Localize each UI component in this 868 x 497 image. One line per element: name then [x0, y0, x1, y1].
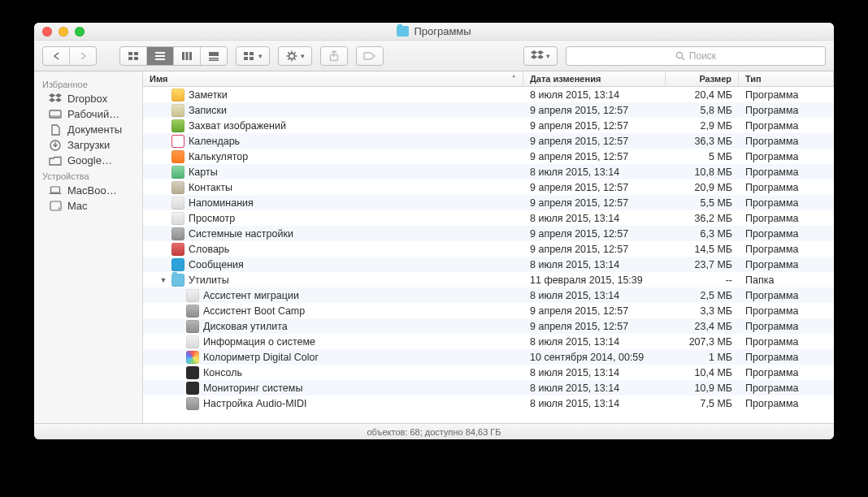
- file-size: 5,8 МБ: [666, 105, 739, 116]
- file-name: Карты: [189, 166, 218, 178]
- sidebar-item[interactable]: Mac: [34, 198, 142, 214]
- view-icons-button[interactable]: [120, 47, 147, 65]
- table-row[interactable]: Консоль8 июля 2015, 13:1410,4 МБПрограмм…: [143, 365, 834, 380]
- file-name: Календарь: [189, 136, 240, 147]
- file-type: Программа: [739, 290, 834, 301]
- file-date: 8 июля 2015, 13:14: [523, 367, 666, 378]
- file-size: 5,5 МБ: [666, 197, 739, 209]
- table-row[interactable]: Системные настройки9 апреля 2015, 12:576…: [143, 226, 834, 241]
- table-row[interactable]: Напоминания9 апреля 2015, 12:575,5 МБПро…: [143, 195, 834, 210]
- app-icon: [171, 181, 184, 194]
- svg-rect-10: [209, 52, 219, 56]
- sidebar-item-label: Mac: [67, 200, 88, 212]
- svg-rect-9: [189, 52, 192, 60]
- file-date: 9 апреля 2015, 12:57: [523, 105, 666, 116]
- file-type: Программа: [739, 182, 834, 193]
- window-controls: [42, 27, 85, 37]
- table-row[interactable]: Калькулятор9 апреля 2015, 12:575 МБПрогр…: [143, 149, 834, 164]
- file-name: Ассистент миграции: [203, 290, 299, 301]
- sidebar-item[interactable]: Документы: [34, 122, 142, 137]
- table-row[interactable]: Мониторинг системы8 июля 2015, 13:1410,9…: [143, 380, 834, 395]
- table-row[interactable]: Заметки8 июля 2015, 13:1420,4 МБПрограмм…: [143, 87, 834, 102]
- finder-window: Программы ▾ ▾: [34, 23, 834, 439]
- column-type[interactable]: Тип: [739, 71, 834, 86]
- table-row[interactable]: Записки9 апреля 2015, 12:575,8 МБПрограм…: [143, 102, 834, 118]
- table-row[interactable]: Календарь9 апреля 2015, 12:5736,3 МБПрог…: [143, 133, 834, 149]
- file-type: Программа: [739, 367, 834, 378]
- file-size: 207,3 МБ: [666, 336, 739, 348]
- table-row[interactable]: Колориметр Digital Color10 сентября 2014…: [143, 349, 834, 365]
- app-icon: [186, 366, 199, 379]
- forward-button[interactable]: [70, 47, 96, 65]
- table-row[interactable]: Захват изображений9 апреля 2015, 12:572,…: [143, 118, 834, 133]
- arrange-menu[interactable]: ▾: [236, 46, 270, 66]
- file-size: 6,3 МБ: [666, 228, 739, 240]
- back-button[interactable]: [43, 47, 70, 65]
- column-date[interactable]: Дата изменения: [523, 71, 666, 86]
- table-row[interactable]: Сообщения8 июля 2015, 13:1423,7 МБПрогра…: [143, 257, 834, 272]
- folder-icon: [397, 26, 409, 37]
- disclosure-triangle-icon[interactable]: ▼: [159, 276, 167, 284]
- table-row[interactable]: Словарь9 апреля 2015, 12:5714,5 МБПрогра…: [143, 241, 834, 257]
- nav-back-forward: [42, 46, 97, 66]
- app-icon: [171, 166, 184, 179]
- column-size[interactable]: Размер: [666, 71, 739, 86]
- sidebar-item[interactable]: Google…: [34, 153, 142, 168]
- file-date: 8 июля 2015, 13:14: [523, 213, 666, 224]
- search-field[interactable]: Поиск: [566, 46, 826, 66]
- sidebar-section-header: Избранное: [34, 76, 142, 91]
- svg-marker-33: [49, 93, 55, 97]
- file-name: Ассистент Boot Camp: [203, 305, 305, 317]
- table-row[interactable]: Ассистент миграции8 июля 2015, 13:142,5 …: [143, 287, 834, 303]
- file-type: Программа: [739, 382, 834, 394]
- file-name: Заметки: [189, 89, 228, 101]
- zoom-window-button[interactable]: [75, 27, 85, 37]
- file-date: 9 апреля 2015, 12:57: [523, 197, 666, 209]
- sidebar-item-label: Загрузки: [67, 139, 110, 151]
- close-window-button[interactable]: [42, 27, 52, 37]
- table-row[interactable]: Дисковая утилита9 апреля 2015, 12:5723,4…: [143, 318, 834, 334]
- docs-icon: [49, 124, 62, 136]
- file-name: Словарь: [189, 244, 229, 255]
- file-date: 8 июля 2015, 13:14: [523, 398, 666, 409]
- sidebar-item[interactable]: MacBoo…: [34, 183, 142, 198]
- table-row[interactable]: Настройка Audio-MIDI8 июля 2015, 13:147,…: [143, 395, 834, 411]
- file-type: Программа: [739, 228, 834, 240]
- dropbox-toolbar-menu[interactable]: ▾: [523, 46, 558, 66]
- table-row[interactable]: ▼Утилиты11 февраля 2015, 15:39--Папка: [143, 272, 834, 287]
- file-size: 10,4 МБ: [666, 367, 739, 378]
- sidebar-item[interactable]: Dropbox: [34, 91, 142, 106]
- sidebar-item[interactable]: Загрузки: [34, 137, 142, 153]
- svg-point-17: [289, 53, 295, 58]
- share-button[interactable]: [320, 46, 348, 66]
- column-name[interactable]: Имя˄: [143, 71, 523, 86]
- window-title: Программы: [397, 25, 471, 37]
- search-placeholder: Поиск: [689, 50, 716, 62]
- minimize-window-button[interactable]: [59, 27, 68, 37]
- table-row[interactable]: Карты8 июля 2015, 13:1410,8 МБПрограмма: [143, 164, 834, 179]
- sidebar: ИзбранноеDropboxРабочий…ДокументыЗагрузк…: [34, 71, 143, 423]
- svg-line-23: [294, 58, 296, 59]
- table-row[interactable]: Контакты9 апреля 2015, 12:5720,9 МБПрогр…: [143, 179, 834, 195]
- table-row[interactable]: Информация о системе8 июля 2015, 13:1420…: [143, 334, 834, 349]
- file-name: Консоль: [203, 367, 242, 378]
- sidebar-item[interactable]: Рабочий…: [34, 106, 142, 122]
- table-row[interactable]: Ассистент Boot Camp9 апреля 2015, 12:573…: [143, 303, 834, 318]
- view-coverflow-button[interactable]: [201, 47, 227, 65]
- file-type: Программа: [739, 352, 834, 363]
- table-row[interactable]: Просмотр8 июля 2015, 13:1436,2 МБПрограм…: [143, 210, 834, 226]
- tags-button[interactable]: [356, 46, 384, 66]
- svg-rect-11: [209, 58, 219, 59]
- app-icon: [186, 351, 199, 364]
- view-list-button[interactable]: [147, 47, 174, 65]
- file-name: Сообщения: [189, 259, 244, 270]
- svg-rect-37: [50, 110, 61, 118]
- svg-marker-34: [55, 93, 62, 97]
- file-date: 8 июля 2015, 13:14: [523, 290, 666, 301]
- status-bar: объектов: 68; доступно 84,63 ГБ: [34, 423, 834, 439]
- svg-rect-40: [51, 187, 60, 192]
- file-type: Программа: [739, 197, 834, 209]
- sidebar-section-header: Устройства: [34, 168, 142, 183]
- action-menu[interactable]: ▾: [278, 46, 312, 66]
- view-columns-button[interactable]: [174, 47, 201, 65]
